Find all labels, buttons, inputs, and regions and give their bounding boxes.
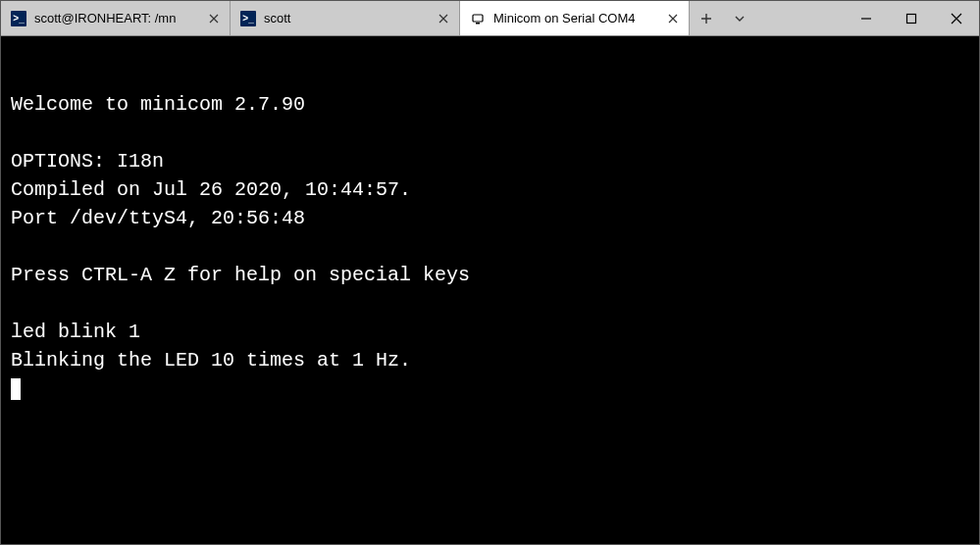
svg-rect-1: [476, 23, 480, 25]
powershell-icon: >_: [240, 11, 256, 26]
terminal-line: Port /dev/ttyS4, 20:56:48: [11, 207, 305, 229]
terminal-output[interactable]: Welcome to minicom 2.7.90 OPTIONS: I18n …: [1, 36, 979, 544]
tab-terminal-2[interactable]: >_ scott: [231, 1, 460, 35]
tab-terminal-1[interactable]: >_ scott@IRONHEART: /mn: [1, 1, 231, 35]
terminal-line: Press CTRL-A Z for help on special keys: [11, 264, 470, 286]
terminal-line: led blink 1: [11, 321, 140, 343]
tab-close-button[interactable]: [665, 11, 681, 26]
tab-close-button[interactable]: [436, 11, 451, 26]
new-tab-button[interactable]: [696, 8, 717, 29]
terminal-line: Compiled on Jul 26 2020, 10:44:57.: [11, 178, 411, 201]
window-controls: [844, 1, 979, 35]
svg-rect-2: [907, 14, 916, 23]
tab-label: scott: [264, 11, 428, 25]
terminal-line: Welcome to minicom 2.7.90: [11, 93, 305, 116]
svg-rect-0: [473, 15, 483, 22]
tab-terminal-3-active[interactable]: Minicom on Serial COM4: [460, 1, 690, 35]
tab-label: scott@IRONHEART: /mn: [34, 11, 198, 25]
titlebar-drag-area[interactable]: [756, 1, 844, 35]
tab-label: Minicom on Serial COM4: [493, 11, 657, 25]
close-window-button[interactable]: [934, 1, 979, 35]
tab-actions: [690, 1, 756, 35]
tab-close-button[interactable]: [206, 11, 222, 26]
terminal-line: OPTIONS: I18n: [11, 150, 164, 173]
maximize-button[interactable]: [889, 1, 934, 35]
titlebar: >_ scott@IRONHEART: /mn >_ scott: [1, 1, 979, 36]
minimize-button[interactable]: [844, 1, 889, 35]
tab-dropdown-button[interactable]: [729, 8, 750, 29]
terminal-line: Blinking the LED 10 times at 1 Hz.: [11, 349, 411, 372]
terminal-cursor: [11, 378, 21, 400]
tab-strip: >_ scott@IRONHEART: /mn >_ scott: [1, 1, 690, 35]
minicom-icon: [470, 11, 486, 26]
powershell-icon: >_: [11, 11, 26, 26]
